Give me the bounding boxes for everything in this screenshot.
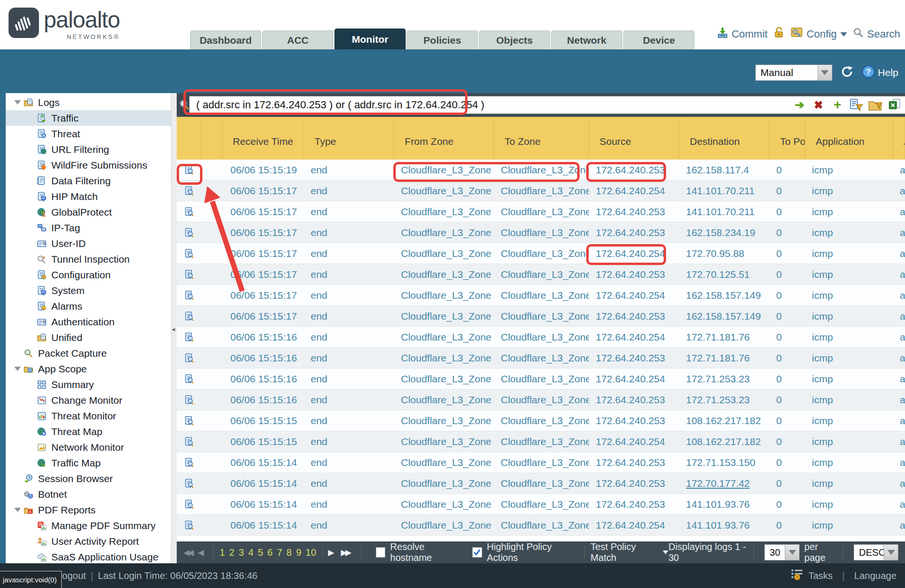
cell-from[interactable]: Cloudflare_L3_Zone (394, 222, 494, 243)
column-header-from-zone[interactable]: From Zone (394, 117, 494, 160)
cell-dst[interactable]: 141.101.70.211 (679, 180, 770, 201)
cell-type[interactable]: end (304, 327, 394, 347)
sidebar-item-traffic[interactable]: Traffic (6, 110, 171, 126)
tab-acc[interactable]: ACC (262, 30, 333, 49)
cell-port[interactable]: 0 (770, 410, 805, 431)
cell-to[interactable]: Cloudflare_L3_Zone (494, 306, 589, 326)
column-header-destination[interactable]: Destination (679, 117, 770, 160)
page-number-5[interactable]: 5 (258, 547, 263, 558)
cell-to[interactable]: Cloudflare_L3_Zone (494, 201, 589, 222)
highlight-policy-checkbox[interactable] (472, 547, 482, 558)
cell-app[interactable]: icmp (805, 452, 893, 473)
clear-filter-button[interactable]: ✖ (811, 97, 826, 113)
cell-dst[interactable]: 141.101.93.76 (679, 494, 770, 514)
log-detail-icon[interactable] (177, 160, 201, 180)
log-detail-icon[interactable] (177, 369, 201, 389)
cell-port[interactable]: 0 (770, 348, 805, 368)
cell-src[interactable]: 172.64.240.253 (589, 494, 679, 514)
cell-from[interactable]: Cloudflare_L3_Zone (394, 180, 494, 201)
add-filter-button[interactable]: + (830, 97, 845, 113)
page-number-8[interactable]: 8 (286, 547, 292, 558)
cell-src[interactable]: 172.64.240.254 (589, 515, 679, 535)
apply-filter-button[interactable]: ➔ (792, 97, 807, 113)
cell-dst[interactable]: 172.70.177.42 (679, 473, 770, 493)
column-header-ac[interactable]: Ac (893, 117, 905, 160)
cell-dst[interactable]: 162.158.117.4 (679, 160, 770, 180)
cell-type[interactable]: end (304, 431, 394, 452)
page-number-10[interactable]: 10 (305, 547, 316, 558)
tab-policies[interactable]: Policies (407, 30, 478, 49)
cell-app[interactable]: icmp (805, 222, 893, 243)
cell-app[interactable]: icmp (805, 264, 893, 285)
cell-to[interactable]: Cloudflare_L3_Zone (494, 243, 589, 264)
sidebar-item-session-browser[interactable]: Session Browser (6, 471, 171, 486)
sidebar-item-botnet[interactable]: Botnet (6, 486, 171, 502)
prev-page-button[interactable]: ◀ (198, 548, 202, 558)
cell-port[interactable]: 0 (770, 222, 805, 243)
cell-dst[interactable]: 172.71.181.76 (679, 327, 770, 347)
cell-port[interactable]: 0 (770, 160, 805, 180)
log-detail-icon[interactable] (177, 410, 201, 431)
cell-type[interactable]: end (304, 348, 394, 368)
expander-icon[interactable] (12, 100, 23, 104)
cell-app[interactable]: icmp (805, 327, 893, 347)
cell-type[interactable]: end (304, 369, 394, 389)
cell-src[interactable]: 172.64.240.253 (589, 473, 679, 493)
column-header-to-port[interactable]: To Port (770, 117, 805, 160)
first-page-button[interactable]: ◀◀ (183, 548, 192, 558)
cell-src[interactable]: 172.64.240.254 (589, 369, 679, 389)
tab-device[interactable]: Device (623, 30, 695, 49)
tab-network[interactable]: Network (551, 30, 622, 49)
lock-icon[interactable] (773, 27, 785, 42)
cell-from[interactable]: Cloudflare_L3_Zone (394, 327, 494, 347)
sidebar-item-summary[interactable]: Summary (6, 377, 171, 392)
cell-port[interactable]: 0 (770, 243, 805, 264)
cell-port[interactable]: 0 (770, 306, 805, 326)
sidebar-item-system[interactable]: System (6, 283, 171, 298)
log-detail-icon[interactable] (177, 243, 201, 264)
log-detail-icon[interactable] (177, 264, 201, 285)
cell-app[interactable]: icmp (805, 410, 893, 431)
cell-type[interactable]: end (304, 515, 394, 535)
tab-monitor[interactable]: Monitor (334, 28, 406, 49)
cell-to[interactable]: Cloudflare_L3_Zone (494, 160, 589, 180)
cell-type[interactable]: end (304, 473, 394, 493)
column-header-source[interactable]: Source (589, 117, 679, 160)
sidebar-item-globalprotect[interactable]: GlobalProtect (6, 204, 171, 220)
cell-app[interactable]: icmp (805, 306, 893, 326)
cell-to[interactable]: Cloudflare_L3_Zone (494, 431, 589, 452)
cell-dst[interactable]: 162.158.157.149 (679, 285, 770, 305)
cell-app[interactable]: icmp (805, 431, 893, 452)
page-number-7[interactable]: 7 (277, 547, 282, 558)
cell-to[interactable]: Cloudflare_L3_Zone (494, 389, 589, 410)
cell-port[interactable]: 0 (770, 201, 805, 222)
select-arrow-icon[interactable] (884, 545, 898, 560)
cell-type[interactable]: end (304, 494, 394, 514)
cell-src[interactable]: 172.64.240.253 (589, 264, 679, 285)
sidebar-item-network-monitor[interactable]: Network Monitor (6, 439, 171, 455)
cell-src[interactable]: 172.64.240.253 (589, 222, 679, 243)
cell-from[interactable]: Cloudflare_L3_Zone (394, 369, 494, 389)
refresh-interval-select[interactable]: Manual (755, 65, 832, 81)
cell-app[interactable]: icmp (805, 160, 893, 180)
cell-port[interactable]: 0 (770, 515, 805, 535)
cell-from[interactable]: Cloudflare_L3_Zone (394, 473, 494, 493)
tab-objects[interactable]: Objects (479, 30, 550, 49)
log-detail-icon[interactable] (177, 473, 201, 493)
cell-to[interactable]: Cloudflare_L3_Zone (494, 452, 589, 473)
cell-dst[interactable]: 172.70.95.88 (679, 243, 770, 264)
cell-app[interactable]: icmp (805, 180, 893, 201)
cell-to[interactable]: Cloudflare_L3_Zone (494, 410, 589, 431)
cell-to[interactable]: Cloudflare_L3_Zone (494, 327, 589, 347)
cell-dst[interactable]: 172.71.153.150 (679, 452, 770, 473)
cell-src[interactable]: 172.64.240.253 (589, 306, 679, 326)
cell-type[interactable]: end (304, 243, 394, 264)
cell-src[interactable]: 172.64.240.253 (589, 389, 679, 410)
cell-type[interactable]: end (304, 180, 394, 201)
tab-dashboard[interactable]: Dashboard (190, 30, 261, 49)
sidebar-item-hip-match[interactable]: HIP Match (6, 189, 171, 204)
cell-type[interactable]: end (304, 201, 394, 222)
last-page-button[interactable]: ▶▶ (341, 548, 350, 558)
filter-builder-button[interactable] (849, 97, 864, 113)
page-number-6[interactable]: 6 (267, 547, 273, 558)
